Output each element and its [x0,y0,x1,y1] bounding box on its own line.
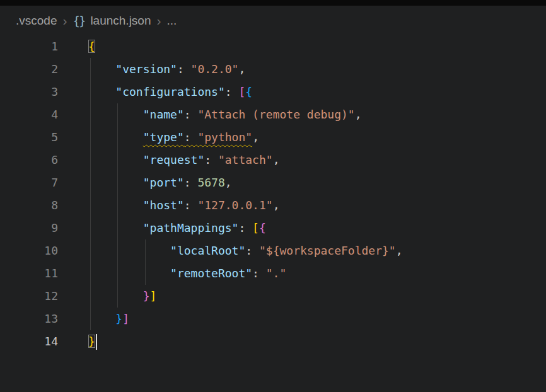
code-line[interactable]: 9 "pathMappings": [{ [0,217,546,239]
indent-guide [90,149,91,171]
code-token: "name" [143,108,184,121]
code-line[interactable]: 1{ [0,35,546,58]
line-number[interactable]: 11 [0,262,63,285]
code-content: }] [63,285,546,308]
code-content: "version": "0.2.0", [63,58,546,81]
code-token: : [238,221,252,234]
indent-guide [117,194,118,217]
code-line[interactable]: 5 "type": "python", [0,126,546,149]
indent-guide [117,171,118,194]
chevron-right-icon: › [62,14,67,27]
line-number[interactable]: 10 [0,239,63,262]
indent-guide [117,103,118,126]
code-token [88,62,115,76]
indent-guide [90,171,91,194]
line-number[interactable]: 8 [0,194,63,217]
code-token: "configurations" [115,85,224,98]
breadcrumb-folder[interactable]: .vscode [16,14,57,28]
code-token: , [355,108,362,121]
code-token: : [252,267,266,280]
code-token [88,267,170,280]
code-token: : [204,153,218,166]
code-line[interactable]: 10 "localRoot": "${workspaceFolder}", [0,239,546,262]
code-content: { [63,35,546,58]
code-line[interactable]: 7 "port": 5678, [0,171,546,194]
code-token: 5678 [197,176,224,189]
code-token: "${workspaceFolder}" [259,244,396,257]
code-token: { [259,221,266,234]
line-number[interactable]: 2 [0,58,63,81]
indent-guide [145,239,146,262]
code-line[interactable]: 11 "remoteRoot": "." [0,262,546,285]
indent-guide [117,149,118,171]
code-token: } [115,312,122,325]
code-token: , [225,176,232,189]
indent-guide [90,308,91,330]
indent-guide [90,285,91,308]
code-line[interactable]: 6 "request": "attach", [0,149,546,171]
line-number[interactable]: 1 [0,35,63,58]
code-content: } [63,330,546,353]
code-content: }] [63,308,546,330]
indent-guide [90,217,91,239]
code-line[interactable]: 8 "host": "127.0.0.1", [0,194,546,217]
line-number[interactable]: 7 [0,171,63,194]
line-number[interactable]: 5 [0,126,63,149]
breadcrumb: .vscode › {} launch.json › ... [0,6,546,35]
breadcrumb-more[interactable]: ... [167,14,177,28]
line-number[interactable]: 3 [0,81,63,103]
indent-guide [117,285,118,308]
text-cursor [96,334,97,350]
code-content: "type": "python", [63,126,546,149]
code-token: , [273,199,280,212]
line-number[interactable]: 13 [0,308,63,330]
code-token: "host" [143,199,184,212]
code-token: "request" [143,153,205,166]
code-token: "0.2.0" [191,62,239,76]
line-number[interactable]: 4 [0,103,63,126]
indent-guide [117,126,118,149]
indent-guide [90,103,91,126]
code-content: "port": 5678, [63,171,546,194]
indent-guide [90,58,91,81]
code-token [88,289,143,303]
json-file-icon: {} [73,14,84,28]
code-token [88,199,143,212]
code-line[interactable]: 14} [0,330,546,353]
breadcrumb-file[interactable]: launch.json [90,14,151,28]
chevron-right-icon: › [157,14,161,27]
code-token: : [184,199,198,212]
code-line[interactable]: 3 "configurations": [{ [0,81,546,103]
code-line[interactable]: 13 }] [0,308,546,330]
code-line[interactable]: 12 }] [0,285,546,308]
code-token: "127.0.0.1" [197,199,272,212]
code-line[interactable]: 2 "version": "0.2.0", [0,58,546,81]
code-token [88,85,115,98]
code-token: "." [266,267,287,280]
code-content: "name": "Attach (remote debug)", [63,103,546,126]
code-line[interactable]: 4 "name": "Attach (remote debug)", [0,103,546,126]
matched-bracket-token: { [88,40,95,53]
code-content: "remoteRoot": "." [63,262,546,285]
code-token: ] [150,289,157,303]
line-number[interactable]: 14 [0,330,63,353]
indent-guide [90,81,91,103]
code-token [88,130,143,144]
code-token: : [184,130,198,144]
code-token: { [245,85,252,98]
indent-guide [117,217,118,239]
code-token: : [245,244,259,257]
code-token: , [252,130,259,144]
line-number[interactable]: 6 [0,149,63,171]
code-token: "attach" [218,153,273,166]
line-number[interactable]: 9 [0,217,63,239]
code-token [88,153,143,166]
indent-guide [145,262,146,285]
code-token: [ [238,85,245,98]
code-token [88,108,143,121]
code-token: } [143,289,150,303]
editor[interactable]: 1{2 "version": "0.2.0",3 "configurations… [0,35,546,353]
code-token: : [225,85,239,98]
code-token [88,312,115,325]
line-number[interactable]: 12 [0,285,63,308]
